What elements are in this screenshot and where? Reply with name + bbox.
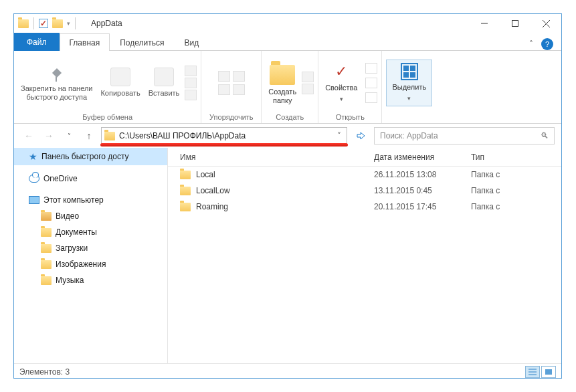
annotation-underline: [100, 143, 348, 146]
sidebar-item-pictures[interactable]: Изображения: [14, 256, 167, 272]
qat-dropdown-icon[interactable]: ▾: [67, 20, 70, 27]
list-item[interactable]: Local 26.11.2015 13:08 Папка с: [168, 167, 561, 183]
search-icon: 🔍︎: [541, 131, 549, 140]
item-name: Roaming: [196, 202, 228, 211]
column-type[interactable]: Тип: [471, 153, 561, 162]
rename-icon[interactable]: [233, 84, 245, 95]
search-box[interactable]: Поиск: AppData 🔍︎: [374, 127, 555, 144]
tab-file[interactable]: Файл: [14, 33, 60, 51]
item-name: LocalLow: [196, 186, 230, 195]
column-name[interactable]: Имя: [180, 153, 374, 162]
folder-icon: [180, 171, 191, 179]
folder-icon: [41, 212, 52, 221]
star-icon: ★: [29, 151, 37, 162]
sidebar-item-music[interactable]: Музыка: [14, 272, 167, 288]
address-folder-icon: [104, 132, 115, 140]
sidebar-item-thispc[interactable]: Этот компьютер: [14, 192, 167, 208]
group-select: Выделить ▾: [382, 51, 436, 123]
close-button[interactable]: [531, 14, 561, 33]
folder-icon: [41, 276, 52, 285]
qat-newfolder-icon[interactable]: [52, 19, 63, 28]
list-item[interactable]: LocalLow 13.11.2015 0:45 Папка с: [168, 183, 561, 199]
up-button[interactable]: ↑: [81, 128, 97, 144]
svg-rect-7: [545, 369, 552, 375]
folder-icon: [41, 228, 52, 237]
folder-icon: [180, 203, 191, 211]
copyto-icon[interactable]: [218, 84, 230, 95]
group-new: Создать папку Создать: [262, 51, 318, 123]
sidebar-label: Изображения: [56, 260, 106, 269]
pin-quickaccess-button[interactable]: Закрепить на панели быстрого доступа: [18, 63, 95, 103]
item-type: Папка с: [471, 186, 561, 195]
address-bar[interactable]: C:\Users\ВАШ ПРОФИЛЬ\AppData ˅: [101, 127, 347, 144]
recent-locations-button[interactable]: ˅: [61, 128, 77, 144]
sidebar-item-documents[interactable]: Документы: [14, 224, 167, 240]
navigation-pane: ★ Панель быстрого досту OneDrive Этот ко…: [14, 148, 168, 363]
edit-icon[interactable]: [365, 78, 377, 88]
sidebar-label: Видео: [56, 211, 79, 221]
back-button[interactable]: ←: [21, 128, 37, 144]
system-menu-icon[interactable]: [18, 19, 29, 28]
body-area: ★ Панель быстрого досту OneDrive Этот ко…: [14, 148, 561, 363]
select-icon: [401, 63, 418, 80]
cut-icon[interactable]: [185, 66, 197, 76]
column-modified[interactable]: Дата изменения: [374, 153, 471, 162]
sidebar-item-onedrive[interactable]: OneDrive: [14, 171, 167, 187]
search-placeholder: Поиск: AppData: [380, 131, 438, 140]
view-large-button[interactable]: [541, 366, 556, 378]
sidebar-label: Панель быстрого досту: [41, 152, 129, 161]
group-label-select: [408, 112, 410, 122]
navigation-bar: ← → ˅ ↑ C:\Users\ВАШ ПРОФИЛЬ\AppData ˅ П…: [14, 124, 561, 148]
item-name: Local: [196, 170, 215, 179]
item-modified: 26.11.2015 13:08: [374, 170, 471, 179]
new-folder-button[interactable]: Создать папку: [266, 60, 299, 106]
tab-view[interactable]: Вид: [174, 33, 209, 51]
window-title: AppData: [91, 19, 122, 28]
tab-home[interactable]: Главная: [60, 33, 110, 51]
maximize-button[interactable]: [500, 14, 531, 33]
history-icon[interactable]: [365, 92, 377, 103]
item-modified: 13.11.2015 0:45: [374, 186, 471, 195]
open-icon[interactable]: [365, 63, 377, 74]
svg-rect-1: [512, 21, 518, 27]
view-details-button[interactable]: [525, 366, 540, 378]
folder-icon: [180, 187, 191, 195]
sidebar-item-downloads[interactable]: Загрузки: [14, 240, 167, 256]
sidebar-label: Загрузки: [56, 243, 88, 253]
sidebar-item-videos[interactable]: Видео: [14, 208, 167, 224]
pin-icon: [48, 64, 66, 82]
tab-share[interactable]: Поделиться: [110, 33, 174, 51]
easy-access-icon[interactable]: [302, 84, 314, 94]
refresh-button[interactable]: [351, 127, 370, 144]
copy-icon: [110, 68, 130, 86]
paste-shortcut-icon[interactable]: [185, 90, 197, 100]
sidebar-item-quickaccess[interactable]: ★ Панель быстрого досту: [14, 148, 167, 165]
group-label-new: Создать: [276, 112, 304, 122]
forward-button[interactable]: →: [41, 128, 57, 144]
moveto-icon[interactable]: [218, 71, 230, 82]
paste-button[interactable]: Вставить: [146, 66, 183, 99]
copypath-icon[interactable]: [185, 78, 197, 88]
sidebar-label: Музыка: [56, 276, 84, 285]
onedrive-icon: [29, 175, 39, 183]
select-button[interactable]: Выделить ▾: [386, 60, 432, 106]
file-list-pane: Имя Дата изменения Тип Local 26.11.2015 …: [168, 148, 561, 363]
list-item[interactable]: Roaming 20.11.2015 17:45 Папка с: [168, 199, 561, 215]
properties-button[interactable]: ✓ Свойства ▾: [322, 61, 360, 105]
copy-button[interactable]: Копировать: [98, 66, 142, 99]
folder-icon: [41, 244, 52, 253]
qat-properties-icon[interactable]: ✓: [39, 19, 48, 28]
paste-icon: [154, 68, 174, 86]
status-bar: Элементов: 3: [14, 363, 561, 379]
new-item-icon[interactable]: [302, 72, 314, 82]
help-icon[interactable]: ?: [541, 38, 553, 50]
sidebar-label: Этот компьютер: [43, 195, 104, 205]
delete-icon[interactable]: [233, 71, 245, 82]
minimize-button[interactable]: [469, 14, 500, 33]
item-type: Папка с: [471, 202, 561, 211]
group-open: ✓ Свойства ▾ Открыть: [318, 51, 382, 123]
address-dropdown-icon[interactable]: ˅: [334, 131, 344, 140]
collapse-ribbon-icon[interactable]: ˄: [529, 39, 533, 49]
pc-icon: [29, 196, 39, 204]
group-label-organize: Упорядочить: [209, 112, 253, 122]
